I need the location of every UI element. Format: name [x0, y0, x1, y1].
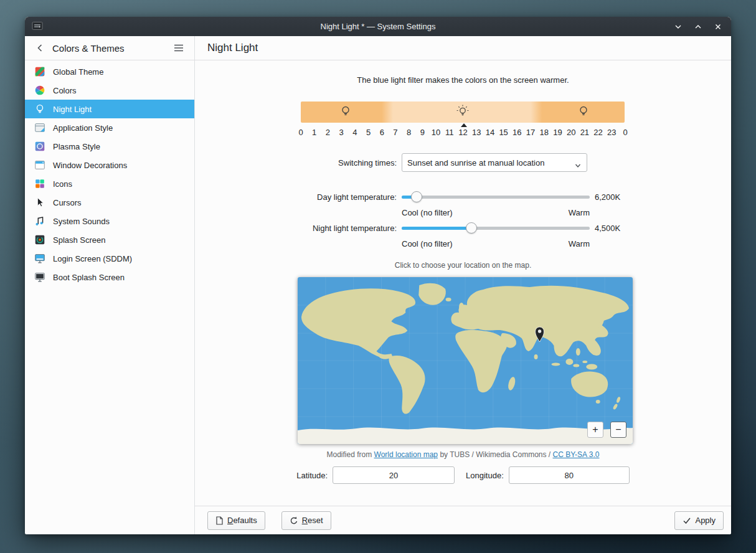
footer-bar: Defaults Reset Apply [195, 506, 731, 534]
slider-track[interactable] [402, 196, 590, 199]
day-warm-label: Warm [569, 208, 590, 217]
dropdown-selected-value: Sunset and sunrise at manual location [407, 158, 544, 168]
reset-undo-icon [290, 516, 298, 525]
day-cool-label: Cool (no filter) [402, 208, 453, 217]
sidebar-item-login-screen[interactable]: Login Screen (SDDM) [25, 249, 194, 268]
zoom-in-button[interactable]: + [587, 422, 603, 438]
slider-handle[interactable] [466, 222, 477, 234]
page-title: Night Light [207, 42, 258, 54]
timeline-bar [301, 102, 625, 123]
hour-label: 18 [540, 128, 549, 137]
global-theme-icon [33, 65, 47, 78]
sidebar-item-plasma-style[interactable]: Plasma Style [25, 137, 194, 156]
hour-label: 12 [458, 128, 467, 137]
minimize-button[interactable] [673, 21, 684, 32]
night-temperature-value: 4,500K [595, 224, 620, 233]
map-hint-text: Click to choose your location on the map… [195, 261, 731, 270]
switching-times-label: Switching times: [195, 158, 397, 168]
defaults-document-icon [215, 516, 224, 525]
window-decorations-icon [33, 158, 47, 172]
apply-button[interactable]: Apply [674, 511, 724, 530]
maximize-button[interactable] [692, 21, 704, 32]
night-warm-label: Warm [569, 239, 590, 248]
hour-label: 5 [366, 128, 371, 137]
hour-label: 0 [298, 128, 303, 137]
hamburger-icon [174, 44, 184, 52]
back-chevron-icon [35, 43, 45, 53]
hour-label: 16 [513, 128, 521, 137]
hour-label: 15 [499, 128, 508, 137]
day-temperature-label: Day light temperature: [195, 192, 397, 202]
hour-label: 19 [553, 128, 562, 137]
sidebar: Colors & Themes Global Theme Colors [25, 36, 195, 534]
latitude-input[interactable] [333, 466, 455, 484]
sidebar-item-window-decorations[interactable]: Window Decorations [25, 156, 194, 174]
hour-label: 9 [420, 128, 425, 137]
splash-screen-icon [33, 233, 47, 247]
sidebar-item-cursors[interactable]: Cursors [25, 193, 194, 212]
hour-label: 0 [623, 128, 627, 137]
sidebar-item-label: Icons [53, 179, 72, 189]
sidebar-list: Global Theme Colors Night Light [25, 60, 194, 286]
reset-button[interactable]: Reset [281, 511, 331, 530]
chevron-down-icon [674, 22, 683, 31]
sidebar-item-boot-splash-screen[interactable]: Boot Splash Screen [25, 268, 194, 286]
world-location-map-link[interactable]: World location map [374, 450, 438, 459]
night-bulb-icon [577, 104, 590, 120]
main-header: Night Light [195, 36, 731, 60]
system-sounds-icon [33, 214, 47, 228]
sidebar-item-label: Plasma Style [53, 142, 100, 151]
switching-times-dropdown[interactable]: Sunset and sunrise at manual location [402, 153, 587, 172]
license-link[interactable]: CC BY-SA 3.0 [553, 450, 600, 459]
night-temperature-slider[interactable] [402, 219, 590, 237]
day-temperature-slider[interactable] [402, 187, 590, 206]
latitude-label: Latitude: [296, 471, 328, 480]
sidebar-item-system-sounds[interactable]: System Sounds [25, 212, 194, 230]
timeline-hours: 012345678910111213141516171819202122230 [301, 128, 625, 138]
checkmark-icon [683, 517, 691, 524]
sidebar-item-label: Splash Screen [53, 235, 106, 245]
hour-label: 3 [339, 128, 344, 137]
sidebar-item-application-style[interactable]: Application Style [25, 118, 194, 137]
hour-label: 14 [486, 128, 494, 137]
sidebar-item-label: Window Decorations [53, 161, 127, 170]
sidebar-title: Colors & Themes [52, 43, 171, 54]
back-button[interactable] [34, 41, 47, 55]
close-button[interactable] [712, 21, 724, 32]
sidebar-item-icons[interactable]: Icons [25, 174, 194, 193]
hour-label: 8 [407, 128, 411, 137]
hour-label: 17 [526, 128, 535, 137]
longitude-label: Longitude: [466, 471, 504, 480]
sidebar-item-splash-screen[interactable]: Splash Screen [25, 230, 194, 249]
sidebar-item-global-theme[interactable]: Global Theme [25, 62, 194, 81]
zoom-out-button[interactable]: − [610, 422, 626, 438]
world-map[interactable]: + − [298, 277, 633, 444]
boot-splash-screen-icon [33, 270, 47, 284]
hour-label: 23 [607, 128, 616, 137]
night-temperature-label: Night light temperature: [195, 224, 397, 233]
sidebar-item-label: Night Light [53, 105, 92, 114]
defaults-button[interactable]: Defaults [207, 511, 265, 530]
close-icon [714, 22, 722, 31]
hour-label: 10 [432, 128, 440, 137]
attribution-text: by TUBS / Wikimedia Commons / [438, 450, 553, 459]
sidebar-item-night-light[interactable]: Night Light [25, 100, 194, 118]
slider-fill [402, 227, 471, 230]
timeline-marker [461, 123, 467, 127]
longitude-input[interactable] [509, 466, 630, 484]
night-bulb-icon [339, 104, 352, 120]
night-light-icon [33, 102, 47, 116]
titlebar[interactable]: Night Light * — System Settings [25, 17, 731, 36]
login-screen-icon [33, 252, 47, 265]
hour-label: 7 [393, 128, 397, 137]
slider-handle[interactable] [411, 191, 422, 202]
hour-label: 1 [312, 128, 316, 137]
system-settings-window: Night Light * — System Settings Colors &… [25, 17, 731, 534]
sidebar-item-colors[interactable]: Colors [25, 81, 194, 100]
sidebar-item-label: System Sounds [53, 217, 110, 226]
hour-label: 4 [352, 128, 357, 137]
menu-button[interactable] [171, 40, 187, 56]
attribution-text: Modified from [327, 450, 374, 459]
app-icon [32, 21, 43, 34]
color-wheel-icon [33, 83, 47, 97]
